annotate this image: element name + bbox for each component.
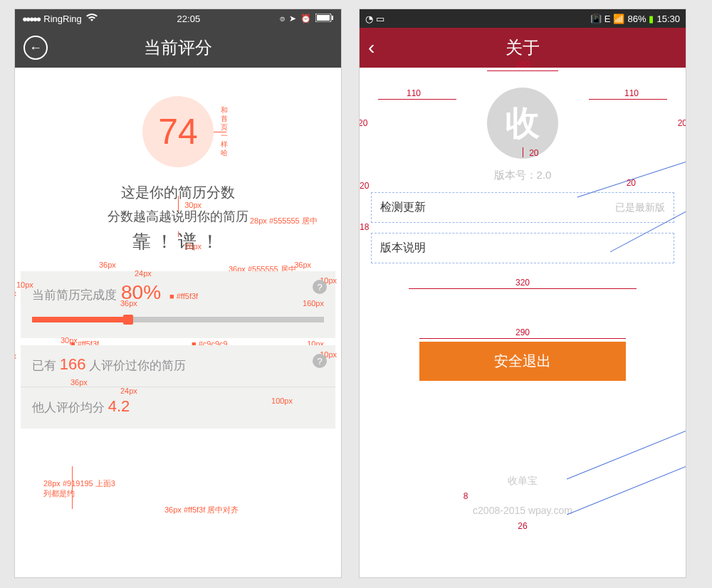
status-bar-android: ◔ ▭ 📳 E 📶 86% ▮ 15:30	[360, 9, 686, 28]
avg-score-card: 36px 24px 100px 他人评价均分 4.2	[21, 387, 335, 429]
logout-button[interactable]: 安全退出	[419, 342, 626, 381]
picture-icon: ▭	[376, 14, 384, 24]
score-sidenote: 和首页一样哈	[221, 106, 228, 157]
spec-note: 28px #555555 居中	[250, 217, 318, 225]
spec-dim: 20px	[14, 290, 16, 298]
row-label: 版本说明	[380, 241, 426, 256]
spec-dim: 320	[515, 278, 530, 287]
spec-dim: 110	[624, 89, 639, 98]
battery-text: 86%	[627, 14, 646, 24]
footer-name: 收单宝	[371, 473, 674, 488]
spec-dim: 20px	[14, 352, 16, 360]
spec-gap: 30px	[184, 201, 201, 209]
spec-dim: 100px	[271, 397, 293, 405]
spec-dim: 36px	[99, 261, 116, 269]
spec-dim: 100	[515, 61, 530, 69]
app-icon: ◔	[365, 14, 373, 24]
help-icon[interactable]: ?	[313, 280, 327, 294]
reviewers-suffix: 人评价过你的简历	[85, 359, 186, 372]
footer-copyright: c2008-2015 wpay.com	[371, 503, 674, 518]
signal-icon: 📶	[613, 14, 624, 24]
row-status: 已是最新版	[615, 201, 665, 214]
svg-rect-1	[317, 15, 330, 21]
spec-dim: 20	[529, 149, 538, 157]
vibrate-icon: 📳	[590, 14, 602, 24]
help-icon[interactable]: ?	[313, 354, 327, 368]
spec-dim: 36px	[70, 379, 88, 387]
spec-dim: 36px	[294, 261, 311, 269]
battery-icon: ▮	[649, 14, 654, 24]
spec-gap: 26px	[184, 243, 201, 251]
spec-dim: 290	[515, 328, 530, 337]
changelog-row[interactable]: 版本说明	[371, 233, 674, 263]
spec-dim: 160px	[303, 300, 324, 308]
page-title: 关于	[506, 36, 540, 59]
spec-dim: 20	[359, 119, 367, 127]
battery-icon	[315, 14, 334, 24]
spec-dim: 24px	[135, 270, 152, 278]
page-title: 当前评分	[144, 36, 212, 59]
left-body: 60px 74 和首页一样哈 30px 这是你的简历分数 28px #55555…	[15, 96, 341, 499]
spec-dim: 8	[464, 492, 468, 500]
carrier-label: RingRing	[43, 14, 81, 24]
compass-icon: ⌾	[280, 14, 285, 23]
spec-note: 36px #ff5f3f 居中对齐	[164, 506, 239, 514]
reviewers-count: 166	[60, 355, 86, 373]
check-update-row[interactable]: 检测更新 已是最新版	[371, 192, 674, 223]
svg-rect-2	[332, 16, 333, 20]
clock-label: 22:05	[177, 14, 201, 24]
spec-color: ■ #ff5f3f	[169, 293, 198, 300]
status-bar-ios: ●●●●● RingRing 22:05 ⌾ ➤ ⏰	[15, 9, 341, 28]
reviewers-card: 20px 30px 10px 已有 166 人评价过你的简历 ?	[21, 345, 335, 387]
data-icon: E	[604, 14, 611, 24]
back-button[interactable]: ‹	[368, 36, 375, 59]
spec-dim: 110	[407, 89, 421, 98]
back-button[interactable]: ←	[23, 36, 48, 60]
progress-handle[interactable]	[123, 315, 133, 325]
row-label: 检测更新	[380, 200, 426, 215]
footer: 收单宝 8 c2008-2015 wpay.com 26	[371, 473, 674, 533]
alarm-icon: ⏰	[300, 14, 311, 23]
spec-dim: 36px	[120, 300, 137, 308]
spec-dim: 20	[627, 179, 636, 187]
completion-label: 当前简历完成度	[32, 287, 117, 303]
nav-bar: ← 当前评分	[15, 28, 341, 68]
progress-bar[interactable]	[32, 317, 324, 322]
avg-score: 4.2	[108, 397, 130, 415]
wifi-icon	[86, 14, 98, 24]
location-icon: ➤	[289, 14, 296, 23]
progress-fill	[32, 317, 128, 322]
signal-dots-icon: ●●●●●	[22, 14, 39, 24]
spec-dim: 20	[678, 119, 686, 127]
spec-dim: 20	[360, 182, 369, 190]
spec-dim: 24px	[120, 387, 137, 395]
completion-card: 36px 24px 36px 10px 10px 20px 当前简历完成度 80…	[21, 271, 335, 338]
right-body: 100 110 110 20 20 收 20 版本号：2.0 20 20 检测更…	[360, 68, 686, 577]
phone-right: ◔ ▭ 📳 E 📶 86% ▮ 15:30 ‹ 关于 100 110 110 2…	[359, 9, 686, 578]
phone-left: ●●●●● RingRing 22:05 ⌾ ➤ ⏰ ← 当前评分 60px 7…	[14, 9, 342, 578]
spec-dim: 10px	[16, 281, 33, 289]
footnote: 28px #919195 上面3 列都是约	[43, 478, 341, 499]
spec-dim: 30px	[61, 337, 78, 345]
spec-dim: 18	[360, 223, 369, 231]
clock-label: 15:30	[656, 14, 680, 24]
score-circle: 74 和首页一样哈	[142, 96, 214, 167]
avg-prefix: 他人评价均分	[32, 401, 105, 414]
spec-dim: 26	[518, 522, 527, 530]
score-value: 74	[158, 111, 198, 152]
reviewers-prefix: 已有	[32, 359, 60, 372]
